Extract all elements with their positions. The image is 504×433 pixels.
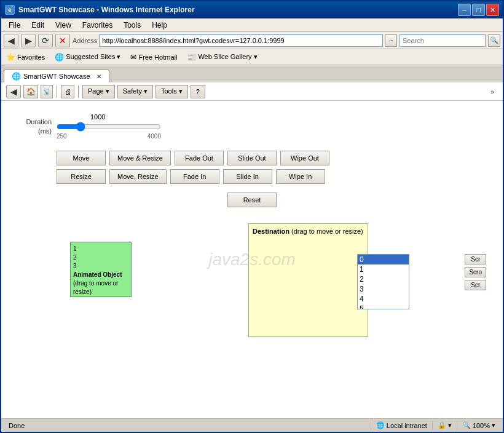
stop-button[interactable]: ✕ [55,34,70,47]
list-item-3[interactable]: 3 [358,284,409,294]
status-bar: Done 🌐 Local intranet 🔒 ▾ 🔍 100% ▾ [1,418,503,432]
tab-smartgwt[interactable]: 🌐 SmartGWT Showcase ✕ [4,70,109,82]
close-button[interactable]: ✕ [486,4,499,16]
destination-label-rest: (drag to move or resize) [289,228,363,235]
move-button[interactable]: Move [57,151,106,165]
tab-icon: 🌐 [12,72,21,81]
safety-menu-button[interactable]: Safety ▾ [117,85,153,98]
list-item-2[interactable]: 2 [358,274,409,284]
address-bar: ◀ ▶ ⟳ ✕ Address → 🔍 [1,32,503,49]
tab-close-icon[interactable]: ✕ [96,73,101,80]
back-button[interactable]: ◀ [4,34,18,47]
expand-toolbar-button[interactable]: » [487,88,498,95]
forward-button[interactable]: ▶ [21,34,36,47]
status-done: Done [4,422,192,429]
status-zoom: 🔍 100% ▾ [457,421,500,429]
content-area: java2s.com Duration (ms) 1000 250 4000 [1,101,503,418]
toolbar-print-button[interactable]: 🖨 [61,85,74,98]
title-bar: e SmartGWT Showcase - Windows Internet E… [1,1,503,18]
menu-bar: File Edit View Favorites Tools Help [1,18,503,32]
toolbar-rss-button[interactable]: 📡 [41,85,53,98]
scroll-btn-3[interactable]: Scr [465,280,486,290]
list-item-4[interactable]: 4 [358,294,409,304]
menu-help[interactable]: Help [147,20,172,31]
favorites-bar: ⭐ Favorites 🌐 Suggested Sites ▾ ✉ Free H… [1,49,503,65]
star-icon: ⭐ [6,53,15,62]
controls-section: Duration (ms) 1000 250 4000 [9,108,495,147]
destination-bold-label: Destination [253,228,289,235]
search-input[interactable] [400,34,486,47]
go-button[interactable]: → [385,34,397,47]
zoom-icon: 🔍 [462,421,471,429]
destination-object[interactable]: Destination (drag to move or resize) [248,223,368,337]
move-resize-button[interactable]: Move & Resize [109,151,171,165]
menu-view[interactable]: View [50,20,76,31]
zoom-dropdown-button[interactable]: ▾ [448,421,452,429]
page-menu-button[interactable]: Page ▾ [82,85,115,98]
window-title: SmartGWT Showcase - Windows Internet Exp… [18,6,195,14]
reset-row: Reset [9,193,495,207]
wipe-out-button[interactable]: Wipe Out [280,151,329,165]
tools-menu-button[interactable]: Tools ▾ [156,85,188,98]
slice-icon: 📰 [187,53,196,62]
status-security: 🔒 ▾ [432,421,457,429]
menu-edit[interactable]: Edit [26,20,49,31]
lock-icon: 🔒 [438,421,446,429]
help-button[interactable]: ? [191,85,205,98]
toolbar-home-button[interactable]: 🏠 [23,85,38,98]
zone-icon: 🌐 [376,421,385,429]
menu-file[interactable]: File [4,20,25,31]
animated-object-text: 1 2 3 Animated Object (drag to move or r… [73,245,128,297]
search-button[interactable]: 🔍 [488,34,500,47]
app-icon: e [5,5,15,15]
resize-button[interactable]: Resize [57,169,106,184]
status-zone: 🌐 Local intranet [371,421,432,429]
minimize-button[interactable]: – [458,4,471,16]
list-item-1[interactable]: 1 [358,264,409,274]
ie-toolbar: ◀ 🏠 📡 🖨 Page ▾ Safety ▾ Tools ▾ ? » [1,82,503,101]
scroll-btn-1[interactable]: Scr [465,254,486,264]
scroll-btn-2[interactable]: Scro [465,267,486,277]
list-item-0[interactable]: 0 [358,255,409,264]
ie-icon: 🌐 [55,53,64,62]
fade-in-button[interactable]: Fade In [170,169,219,184]
fade-out-button[interactable]: Fade Out [175,151,224,165]
scroll-buttons-group: Scr Scro Scr [465,254,486,290]
tab-label: SmartGWT Showcase [23,73,90,80]
list-box[interactable]: 0 1 2 3 4 5 6 [357,254,409,309]
address-input[interactable] [99,34,383,47]
maximize-button[interactable]: □ [472,4,485,16]
envelope-icon: ✉ [130,53,136,62]
duration-label: Duration (ms) [9,117,52,135]
free-hotmail-button[interactable]: ✉ Free Hotmail [128,52,179,63]
duration-slider[interactable] [57,122,161,132]
slide-out-button[interactable]: Slide Out [227,151,277,165]
slider-value: 1000 [90,113,161,121]
menu-favorites[interactable]: Favorites [77,20,117,31]
list-item-5[interactable]: 5 [358,304,409,309]
move-resize2-button[interactable]: Move, Resize [109,169,167,184]
animation-buttons: Move Move & Resize Fade Out Slide Out Wi… [57,151,495,184]
favorites-button[interactable]: ⭐ Favorites [4,52,47,63]
refresh-button[interactable]: ⟳ [38,34,53,47]
reset-button[interactable]: Reset [227,193,277,207]
slider-row: Duration (ms) 1000 250 4000 [9,113,495,140]
web-slice-gallery-button[interactable]: 📰 Web Slice Gallery ▾ [184,52,259,63]
menu-tools[interactable]: Tools [119,20,146,31]
animated-object[interactable]: 1 2 3 Animated Object (drag to move or r… [70,242,132,297]
slide-in-button[interactable]: Slide In [223,169,272,184]
animation-area: 1 2 3 Animated Object (drag to move or r… [9,217,495,371]
toolbar-back-button[interactable]: ◀ [6,85,21,98]
zoom-arrow-button[interactable]: ▾ [492,421,495,429]
wipe-in-button[interactable]: Wipe In [276,169,325,184]
suggested-sites-button[interactable]: 🌐 Suggested Sites ▾ [52,52,123,63]
tab-bar: 🌐 SmartGWT Showcase ✕ [1,65,503,82]
